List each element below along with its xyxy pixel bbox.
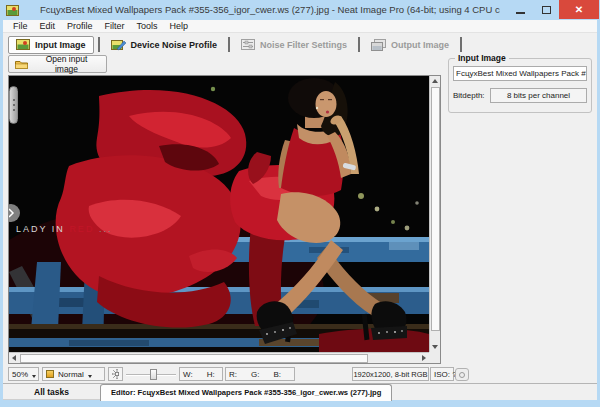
red-label: R: bbox=[229, 370, 237, 379]
blue-label: B: bbox=[273, 370, 281, 379]
device-noise-profile-icon bbox=[111, 39, 126, 51]
open-button-label: Open input image bbox=[33, 54, 100, 74]
tab-input-image[interactable]: Input Image bbox=[8, 36, 94, 54]
tab-output-image[interactable]: Output Image bbox=[364, 36, 456, 54]
menubar: File Edit Profile Filter Tools Help bbox=[3, 20, 597, 33]
image-info-pane: 1920x1200, 8-bit RGB bbox=[352, 367, 429, 381]
green-label: G: bbox=[251, 370, 259, 379]
tab-noise-filter-settings[interactable]: Noise Filter Settings bbox=[234, 36, 354, 54]
input-image-panel: Input Image FcцухBest Mixed Wallpapers P… bbox=[448, 53, 592, 113]
panel-title: Input Image bbox=[455, 53, 509, 63]
scroll-right-button[interactable] bbox=[419, 353, 429, 363]
folder-icon bbox=[15, 59, 28, 69]
brightness-slider[interactable] bbox=[125, 367, 177, 381]
titlebar[interactable]: FcцухBest Mixed Wallpapers Pack #355-356… bbox=[0, 0, 600, 20]
watermark-dots: ... bbox=[99, 224, 113, 234]
tab-device-noise-profile[interactable]: Device Noise Profile bbox=[104, 36, 225, 54]
tab-separator bbox=[358, 37, 360, 52]
scroll-down-icon bbox=[432, 345, 438, 349]
scroll-down-button[interactable] bbox=[430, 342, 440, 352]
brightness-sun-icon bbox=[112, 369, 119, 379]
zoom-dropdown[interactable]: 50% bbox=[8, 367, 39, 381]
viewer-canvas[interactable]: LADY IN RED ... bbox=[9, 76, 429, 352]
scroll-up-icon bbox=[432, 79, 438, 83]
window-title: FcцухBest Mixed Wallpapers Pack #355-356… bbox=[40, 0, 500, 20]
watermark-text-red: RED bbox=[69, 224, 94, 234]
horizontal-scrollbar[interactable] bbox=[9, 352, 429, 363]
statusbar: 50% Normal bbox=[3, 366, 597, 382]
content-area: Input Image Device Noise Profile bbox=[3, 33, 597, 400]
close-button[interactable]: ✕ bbox=[559, 0, 599, 19]
watermark-text: LADY IN bbox=[16, 224, 65, 234]
bitdepth-label: Bitdepth: bbox=[453, 91, 486, 100]
panel-grip-handle[interactable] bbox=[9, 86, 18, 124]
rgb-readout-pane: R: G: B: bbox=[225, 367, 295, 381]
output-image-icon bbox=[371, 39, 386, 51]
tab-label: Noise Filter Settings bbox=[260, 40, 347, 50]
tab-label: Input Image bbox=[35, 40, 86, 50]
all-tasks-tab[interactable]: All tasks bbox=[3, 384, 100, 400]
iso-value: ISO: ? bbox=[434, 370, 457, 379]
view-mode-dropdown[interactable]: Normal bbox=[42, 367, 105, 381]
noise-filter-settings-icon bbox=[241, 39, 255, 50]
menu-item-help[interactable]: Help bbox=[164, 20, 195, 33]
menu-item-tools[interactable]: Tools bbox=[131, 20, 164, 33]
zoom-level: 50% bbox=[12, 370, 28, 379]
maximize-button[interactable] bbox=[533, 0, 559, 19]
iso-pane: ISO: ? bbox=[430, 367, 454, 381]
tab-label: Device Noise Profile bbox=[131, 40, 218, 50]
exif-info-button[interactable] bbox=[455, 368, 469, 381]
photo-lady-in-red bbox=[9, 76, 429, 352]
height-label: H: bbox=[207, 370, 215, 379]
chevron-right-icon bbox=[9, 207, 15, 219]
tab-separator bbox=[228, 37, 230, 52]
menu-item-profile[interactable]: Profile bbox=[61, 20, 99, 33]
info-circle-icon bbox=[459, 372, 465, 378]
scroll-right-icon bbox=[422, 355, 426, 361]
view-mode-label: Normal bbox=[58, 370, 84, 379]
image-viewer: LADY IN RED ... bbox=[8, 75, 441, 364]
width-label: W: bbox=[183, 370, 193, 379]
tab-separator bbox=[98, 37, 100, 52]
app-icon bbox=[6, 4, 19, 17]
brightness-button[interactable] bbox=[108, 367, 123, 381]
scrollbar-corner bbox=[429, 352, 440, 363]
menu-item-file[interactable]: File bbox=[7, 20, 34, 33]
slider-thumb[interactable] bbox=[150, 369, 157, 380]
vertical-scrollbar[interactable] bbox=[429, 76, 440, 352]
scroll-left-icon bbox=[12, 355, 16, 361]
minimize-icon bbox=[516, 12, 525, 14]
stage-tabs: Input Image Device Noise Profile bbox=[8, 35, 466, 54]
horizontal-scroll-thumb[interactable] bbox=[20, 354, 368, 363]
editor-tab[interactable]: Editor: FcцухBest Mixed Wallpapers Pack … bbox=[100, 384, 392, 401]
maximize-icon bbox=[542, 6, 551, 14]
cursor-size-pane: W: H: bbox=[179, 367, 223, 381]
filename-field[interactable]: FcцухBest Mixed Wallpapers Pack #355-356… bbox=[453, 66, 587, 81]
chevron-down-icon bbox=[32, 375, 36, 378]
menu-item-filter[interactable]: Filter bbox=[99, 20, 131, 33]
open-input-image-button[interactable]: Open input image bbox=[8, 55, 107, 73]
app-window: FcцухBest Mixed Wallpapers Pack #355-356… bbox=[0, 0, 600, 407]
bitdepth-value: 8 bits per channel bbox=[490, 88, 587, 103]
mode-color-swatch bbox=[46, 370, 54, 378]
menu-item-edit[interactable]: Edit bbox=[34, 20, 62, 33]
chevron-down-icon bbox=[88, 375, 92, 378]
tab-label: Output Image bbox=[391, 40, 449, 50]
scroll-up-button[interactable] bbox=[430, 76, 440, 86]
vertical-scroll-thumb[interactable] bbox=[431, 87, 440, 331]
image-dimensions: 1920x1200, 8-bit RGB bbox=[353, 370, 427, 379]
input-image-icon bbox=[16, 39, 30, 50]
task-tabbar: All tasks Editor: FcцухBest Mixed Wallpa… bbox=[3, 383, 597, 400]
minimize-button[interactable] bbox=[507, 0, 533, 19]
tab-separator bbox=[460, 37, 462, 52]
photo-watermark: LADY IN RED ... bbox=[16, 224, 112, 234]
scroll-left-button[interactable] bbox=[9, 353, 19, 363]
